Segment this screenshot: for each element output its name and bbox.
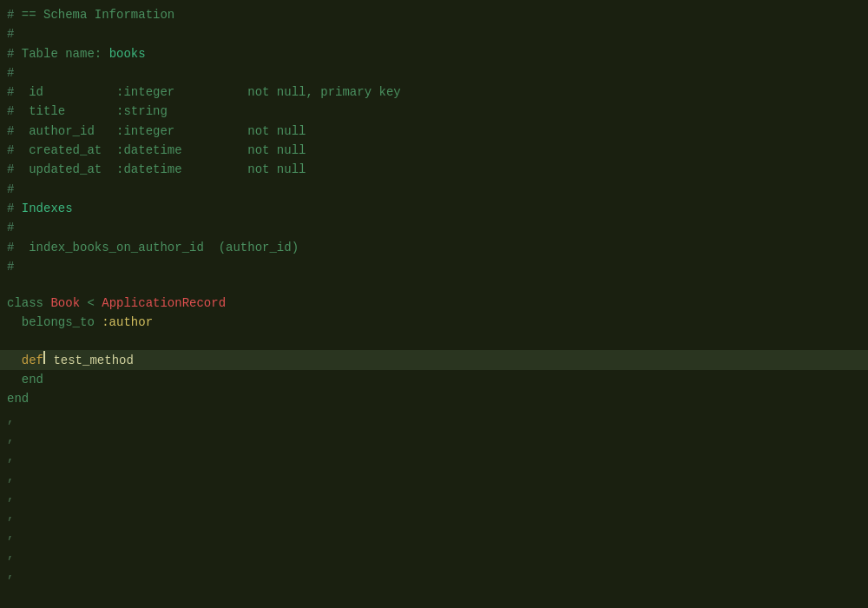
line-15 (0, 276, 868, 294)
comment-text: title :string (14, 102, 167, 120)
end-keyword-outer: end (7, 390, 29, 407)
line-1: # == Schema Information (0, 5, 868, 24)
inheritance-operator: < (80, 294, 102, 312)
line-24: , (0, 447, 868, 466)
comment-text: index_books_on_author_id (author_id) (14, 239, 299, 256)
line-11: # Indexes (0, 199, 868, 218)
line-25: , (0, 467, 868, 486)
line-23: , (0, 428, 868, 447)
comment-text: created_at :datetime not null (14, 142, 306, 159)
comma-9: , (7, 565, 14, 582)
comma-8: , (7, 545, 14, 563)
comment-text (14, 200, 21, 217)
code-editor: # == Schema Information # # Table name: … (0, 0, 868, 608)
parent-class-name: ApplicationRecord (102, 294, 226, 312)
method-name: test_method (46, 352, 134, 369)
line-18 (0, 333, 868, 350)
line-17: belongs_to :author (0, 313, 868, 332)
end-keyword-inner: end (7, 371, 43, 388)
comment-hash: # (7, 122, 14, 140)
comment-hash: # (7, 181, 14, 198)
author-symbol: :author (102, 314, 153, 331)
line-12: # (0, 218, 868, 237)
class-name: Book (50, 294, 80, 312)
comment-hash: # (7, 161, 14, 178)
line-28: , (0, 525, 868, 544)
line-13: # index_books_on_author_id (author_id) (0, 238, 868, 257)
comma-2: , (7, 429, 14, 446)
line-7: # author_id :integer not null (0, 122, 868, 141)
comma-7: , (7, 525, 14, 543)
comment-text: updated_at :datetime not null (14, 161, 306, 178)
line-4: # (0, 63, 868, 83)
line-6: # title :string (0, 102, 868, 121)
comment-hash: # (7, 219, 14, 236)
line-5: # id :integer not null, primary key (0, 83, 868, 102)
comment-hash: # (7, 6, 14, 23)
class-keyword: class (7, 294, 50, 312)
comment-hash: # (7, 25, 14, 43)
comma-5: , (7, 487, 14, 505)
comment-hash: # (7, 258, 14, 275)
comment-text: == Schema Information (14, 6, 174, 23)
comma-1: , (7, 410, 14, 427)
text-cursor (43, 351, 45, 364)
line-8: # created_at :datetime not null (0, 141, 868, 160)
comment-hash: # (7, 142, 14, 159)
comment-text: id :integer not null, primary key (14, 83, 400, 101)
comment-hash: # (7, 83, 14, 101)
comment-text: Table name: (14, 45, 108, 63)
line-21: end (0, 389, 868, 408)
comment-hash: # (7, 239, 14, 256)
line-3: # Table name: books (0, 44, 868, 63)
comment-text: author_id :integer not null (14, 122, 306, 140)
line-22: , (0, 409, 868, 428)
table-name: books (109, 45, 146, 63)
line-27: , (0, 506, 868, 525)
line-29: , (0, 545, 868, 564)
comment-hash: # (7, 45, 14, 63)
line-10: # (0, 180, 868, 199)
line-20: end (0, 370, 868, 389)
comment-hash: # (7, 64, 14, 82)
comma-4: , (7, 468, 14, 486)
belongs-to-method: belongs_to (7, 314, 102, 331)
line-14: # (0, 257, 868, 276)
line-16: class Book < ApplicationRecord (0, 294, 868, 313)
comment-hash: # (7, 102, 14, 120)
line-2: # (0, 24, 868, 43)
line-9: # updated_at :datetime not null (0, 160, 868, 179)
comment-hash: # (7, 200, 14, 217)
line-26: , (0, 486, 868, 506)
line-30: , (0, 564, 868, 583)
indexes-label: Indexes (22, 200, 73, 217)
comma-6: , (7, 506, 14, 524)
comma-3: , (7, 448, 14, 466)
line-19-cursor[interactable]: def test_method (0, 350, 868, 370)
def-keyword: def (7, 352, 43, 369)
